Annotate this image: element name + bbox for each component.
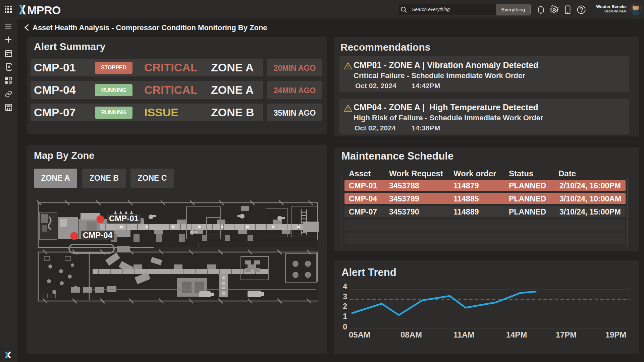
svg-text:19PM: 19PM (605, 330, 627, 339)
svg-text:CMP-04: CMP-04 (83, 231, 113, 240)
svg-text:CMP-01: CMP-01 (109, 214, 139, 223)
svg-text:MPRO: MPRO (27, 4, 61, 15)
svg-text:3: 3 (343, 292, 347, 301)
svg-text:1: 1 (343, 312, 347, 321)
svg-text:17PM: 17PM (556, 330, 577, 339)
svg-text:2: 2 (343, 302, 347, 311)
svg-text:4: 4 (343, 282, 347, 291)
svg-text:08AM: 08AM (400, 330, 422, 339)
svg-text:14PM: 14PM (506, 330, 527, 339)
svg-text:05AM: 05AM (349, 330, 370, 339)
svg-text:0: 0 (343, 322, 347, 331)
svg-text:11AM: 11AM (453, 330, 475, 339)
